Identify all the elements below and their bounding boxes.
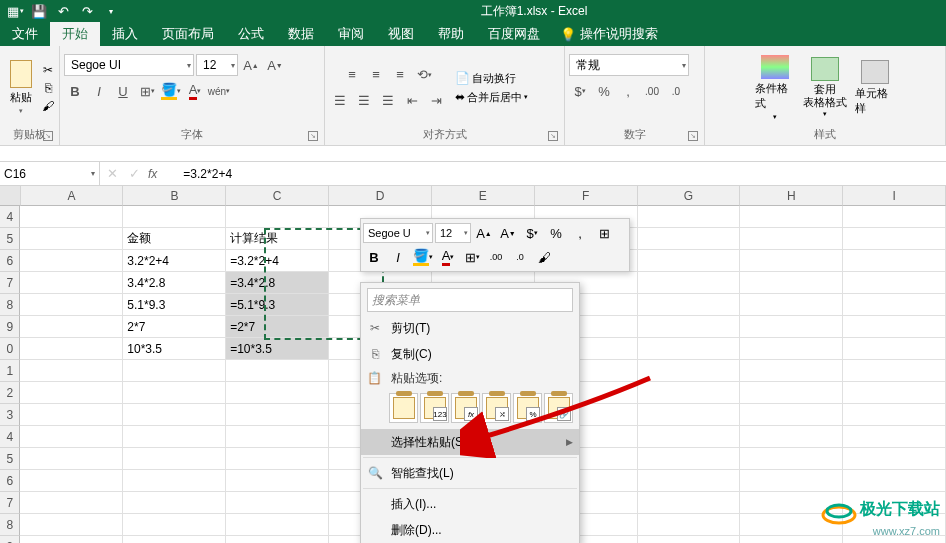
mini-italic-button[interactable]: I: [387, 246, 409, 268]
paste-opt-formulas[interactable]: fx: [451, 393, 480, 423]
mini-inc-font-icon[interactable]: A▲: [473, 222, 495, 244]
row-header[interactable]: 5: [0, 448, 20, 470]
cell[interactable]: 3.2*2+4: [123, 250, 226, 272]
increase-font-icon[interactable]: A▲: [240, 54, 262, 76]
row-header[interactable]: 5: [0, 228, 20, 250]
paste-opt-default[interactable]: [389, 393, 418, 423]
paste-button[interactable]: 粘贴 ▾: [4, 53, 37, 123]
paste-opt-transpose[interactable]: ⤭: [482, 393, 511, 423]
col-header[interactable]: I: [843, 186, 946, 206]
mini-dec-decimal-icon[interactable]: .00: [485, 246, 507, 268]
copy-icon[interactable]: ⎘: [41, 81, 55, 95]
mini-fontcolor-icon[interactable]: A▾: [437, 246, 459, 268]
row-header[interactable]: 2: [0, 382, 20, 404]
qat-customize[interactable]: ▾: [100, 1, 122, 21]
font-size-select[interactable]: 12▾: [196, 54, 238, 76]
cell[interactable]: =3.2*2+4: [226, 250, 329, 272]
cell[interactable]: =2*7: [226, 316, 329, 338]
select-all-corner[interactable]: [0, 186, 21, 206]
menu-insert[interactable]: 插入(I)...: [361, 491, 579, 517]
redo-button[interactable]: ↷: [76, 1, 98, 21]
row-header[interactable]: 7: [0, 492, 20, 514]
paste-opt-formatting[interactable]: %: [513, 393, 542, 423]
menu-button[interactable]: ▦▾: [4, 1, 26, 21]
mini-comma-icon[interactable]: ,: [569, 222, 591, 244]
col-header[interactable]: E: [432, 186, 535, 206]
conditional-format-button[interactable]: 条件格式▾: [755, 53, 795, 123]
col-header[interactable]: A: [21, 186, 124, 206]
col-header[interactable]: F: [535, 186, 638, 206]
row-header[interactable]: 7: [0, 272, 20, 294]
italic-button[interactable]: I: [88, 80, 110, 102]
cell[interactable]: =5.1*9.3: [226, 294, 329, 316]
row-header[interactable]: 9: [0, 316, 20, 338]
mini-percent-icon[interactable]: %: [545, 222, 567, 244]
align-right-icon[interactable]: ☰: [377, 90, 399, 112]
mini-border2-icon[interactable]: ⊞▾: [461, 246, 483, 268]
underline-button[interactable]: U: [112, 80, 134, 102]
mini-format-painter-icon[interactable]: 🖌: [533, 246, 555, 268]
percent-icon[interactable]: %: [593, 80, 615, 102]
decrease-font-icon[interactable]: A▼: [264, 54, 286, 76]
comma-icon[interactable]: ,: [617, 80, 639, 102]
bold-button[interactable]: B: [64, 80, 86, 102]
save-button[interactable]: 💾: [28, 1, 50, 21]
cell[interactable]: 5.1*9.3: [123, 294, 226, 316]
cell[interactable]: 10*3.5: [123, 338, 226, 360]
fx-cancel-icon[interactable]: ✕: [104, 163, 120, 185]
mini-dec-font-icon[interactable]: A▼: [497, 222, 519, 244]
font-launcher[interactable]: ↘: [308, 131, 318, 141]
wrap-text-button[interactable]: 📄自动换行: [455, 71, 516, 86]
menu-paste-special[interactable]: 选择性粘贴(S)...▶: [361, 429, 579, 455]
table-format-button[interactable]: 套用 表格格式▾: [805, 53, 845, 123]
indent-dec-icon[interactable]: ⇤: [401, 90, 423, 112]
tab-help[interactable]: 帮助: [426, 22, 476, 46]
mini-bold-button[interactable]: B: [363, 246, 385, 268]
mini-currency-icon[interactable]: $▾: [521, 222, 543, 244]
row-header[interactable]: 0: [0, 338, 20, 360]
col-header[interactable]: H: [740, 186, 843, 206]
menu-delete[interactable]: 删除(D)...: [361, 517, 579, 543]
formula-value[interactable]: =3.2*2+4: [163, 167, 232, 181]
cell[interactable]: 金额: [123, 228, 226, 250]
row-header[interactable]: 6: [0, 470, 20, 492]
row-header[interactable]: 4: [0, 426, 20, 448]
align-bottom-icon[interactable]: ≡: [389, 64, 411, 86]
tab-review[interactable]: 审阅: [326, 22, 376, 46]
cell[interactable]: 计算结果: [226, 228, 329, 250]
align-top-icon[interactable]: ≡: [341, 64, 363, 86]
menu-smart-lookup[interactable]: 🔍智能查找(L): [361, 460, 579, 486]
menu-search-input[interactable]: 搜索菜单: [367, 288, 573, 312]
row-header[interactable]: 3: [0, 404, 20, 426]
col-header[interactable]: D: [329, 186, 432, 206]
col-header[interactable]: B: [123, 186, 226, 206]
align-center-icon[interactable]: ☰: [353, 90, 375, 112]
menu-cut[interactable]: ✂剪切(T): [361, 315, 579, 341]
mini-font-family[interactable]: Segoe U▾: [363, 223, 433, 243]
mini-font-size[interactable]: 12▾: [435, 223, 471, 243]
tab-home[interactable]: 开始: [50, 22, 100, 46]
paste-opt-link[interactable]: 🔗: [544, 393, 573, 423]
row-header[interactable]: 9: [0, 536, 20, 543]
tab-netdisk[interactable]: 百度网盘: [476, 22, 552, 46]
mini-inc-decimal-icon[interactable]: .0: [509, 246, 531, 268]
border-button[interactable]: ⊞▾: [136, 80, 158, 102]
align-left-icon[interactable]: ☰: [329, 90, 351, 112]
mini-border-icon[interactable]: ⊞: [593, 222, 615, 244]
row-header[interactable]: 1: [0, 360, 20, 382]
tab-view[interactable]: 视图: [376, 22, 426, 46]
col-header[interactable]: C: [226, 186, 329, 206]
tab-data[interactable]: 数据: [276, 22, 326, 46]
cell[interactable]: 2*7: [123, 316, 226, 338]
tab-file[interactable]: 文件: [0, 22, 50, 46]
inc-decimal-icon[interactable]: .00: [641, 80, 663, 102]
fill-color-button[interactable]: 🪣▾: [160, 80, 182, 102]
tell-me-search[interactable]: 💡操作说明搜索: [552, 22, 658, 46]
menu-copy[interactable]: ⎘复制(C): [361, 341, 579, 367]
tab-formulas[interactable]: 公式: [226, 22, 276, 46]
align-middle-icon[interactable]: ≡: [365, 64, 387, 86]
merge-center-button[interactable]: ⬌合并后居中▾: [455, 90, 528, 105]
font-family-select[interactable]: Segoe UI▾: [64, 54, 194, 76]
row-header[interactable]: 8: [0, 514, 20, 536]
phonetic-button[interactable]: wén▾: [208, 80, 230, 102]
